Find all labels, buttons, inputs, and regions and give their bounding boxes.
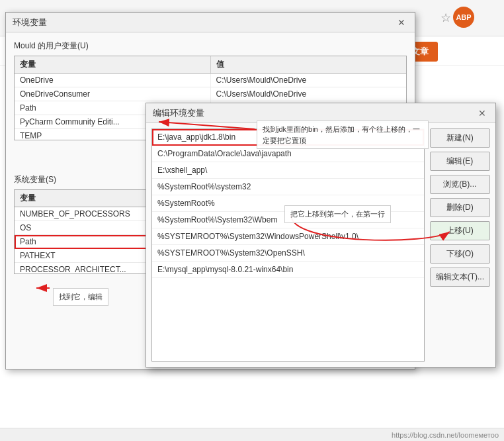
edit-dialog-body: E:\java_app\jdk1.8\bin C:\ProgramData\Or… <box>146 123 495 367</box>
user-var-name: OneDrive <box>15 74 211 87</box>
status-url: https://blog.csdn.net/loomeметоо <box>392 431 499 439</box>
callout-3: 找到它，编辑 <box>53 288 108 306</box>
env-dialog-titlebar: 环境变量 ✕ <box>6 13 415 32</box>
user-col-var: 变量 <box>15 56 211 73</box>
path-item[interactable]: E:\mysql_app\mysql-8.0.21-winx64\bin <box>152 262 424 278</box>
user-var-name: OneDriveConsumer <box>15 87 211 101</box>
path-item[interactable]: %SYSTEMROOT%\System32\OpenSSH\ <box>152 245 424 262</box>
edit-delete-btn[interactable]: 删除(D) <box>430 198 490 217</box>
user-var-val: C:\Users\Mould\OneDrive <box>211 87 407 101</box>
edit-browse-btn[interactable]: 浏览(B)... <box>430 175 490 194</box>
edit-new-btn[interactable]: 新建(N) <box>430 128 490 148</box>
env-dialog-title: 环境变量 <box>13 17 47 28</box>
path-item[interactable]: %SYSTEMROOT%\System32\WindowsPowerShell\… <box>152 228 424 245</box>
edit-movedown-btn[interactable]: 下移(O) <box>430 244 490 264</box>
edit-side-buttons: 新建(N) 编辑(E) 浏览(B)... 删除(D) 上移(U) 下移(O) 编… <box>430 128 490 362</box>
edit-dialog-close[interactable]: ✕ <box>476 108 489 119</box>
table-row[interactable]: OneDrive C:\Users\Mould\OneDrive <box>15 74 406 87</box>
callout-1: 找到jdk里面的bin，然后添加，有个往上移的，一定要把它置顶 <box>257 121 429 149</box>
user-avatar: ABP <box>453 7 474 28</box>
user-col-val: 值 <box>211 56 407 73</box>
edit-moveup-btn[interactable]: 上移(U) <box>430 221 490 240</box>
status-bar: https://blog.csdn.net/loomeметоо <box>0 428 504 441</box>
path-item[interactable]: %SystemRoot%\system32 <box>152 179 424 195</box>
star-icon[interactable]: ☆ <box>441 11 451 25</box>
path-item[interactable]: E:\xshell_app\ <box>152 162 424 179</box>
env-dialog-close[interactable]: ✕ <box>395 17 408 28</box>
path-list[interactable]: E:\java_app\jdk1.8\bin C:\ProgramData\Or… <box>151 128 425 362</box>
callout-2: 把它上移到第一个，在第一行 <box>284 205 391 223</box>
table-row[interactable]: OneDriveConsumer C:\Users\Mould\OneDrive <box>15 87 406 101</box>
edit-edit-btn[interactable]: 编辑(E) <box>430 152 490 171</box>
user-section-label: Mould 的用户变量(U) <box>14 40 407 52</box>
edit-dialog-title: 编辑环境变量 <box>153 107 204 119</box>
user-var-val: C:\Users\Mould\OneDrive <box>211 74 407 87</box>
edit-edittext-btn[interactable]: 编辑文本(T)... <box>430 268 490 287</box>
user-table-header: 变量 值 <box>15 56 406 74</box>
